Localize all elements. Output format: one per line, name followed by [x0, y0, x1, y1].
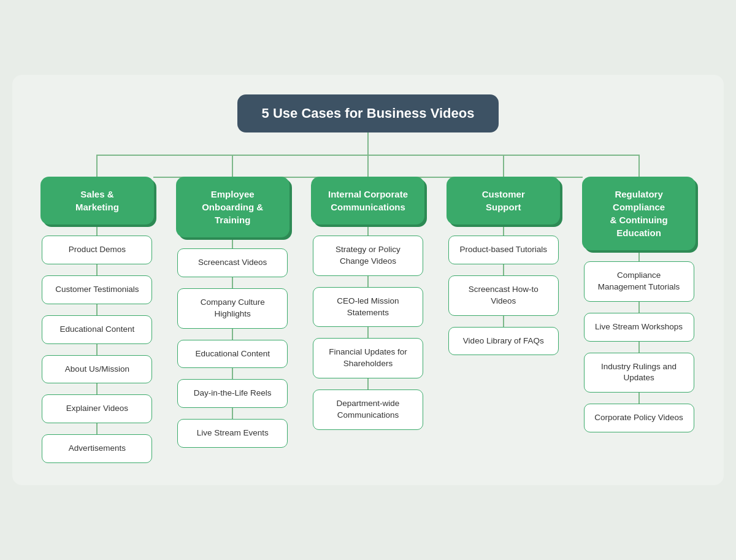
column-onboarding: Employee Onboarding & TrainingScreencast… [168, 155, 297, 463]
v-line-compliance-3 [638, 393, 640, 404]
col-top-line-onboarding [232, 155, 233, 177]
child-card-internal-2: Financial Updates for Shareholders [313, 338, 423, 378]
v-line-support-0 [503, 224, 504, 236]
v-line-internal-1 [367, 276, 369, 287]
v-line-onboarding-0 [232, 237, 233, 248]
column-compliance: Regulatory Compliance & Continuing Educa… [575, 155, 703, 463]
v-line-sales-5 [96, 423, 98, 434]
title-connector-line [367, 132, 369, 155]
layout: 5 Use Cases for Business Videos Sales & … [29, 94, 707, 463]
children-sales: Product DemosCustomer TestimonialsEducat… [42, 224, 152, 463]
children-onboarding: Screencast VideosCompany Culture Highlig… [177, 237, 288, 448]
v-line-internal-2 [367, 327, 369, 338]
child-card-compliance-0: Compliance Management Tutorials [584, 261, 694, 302]
child-card-internal-0: Strategy or Policy Change Videos [313, 236, 423, 276]
col-top-line-sales [96, 155, 98, 177]
child-card-onboarding-3: Day-in-the-Life Reels [177, 379, 288, 408]
v-line-onboarding-4 [232, 408, 233, 419]
v-line-onboarding-1 [232, 277, 233, 288]
child-card-sales-1: Customer Testimonials [42, 275, 152, 304]
v-line-compliance-1 [638, 302, 640, 313]
child-card-compliance-3: Corporate Policy Videos [584, 404, 694, 432]
child-card-internal-3: Department-wide Communications [313, 389, 423, 430]
diagram-container: 5 Use Cases for Business Videos Sales & … [12, 75, 724, 485]
green-card-compliance: Regulatory Compliance & Continuing Educa… [582, 177, 696, 250]
column-support: Customer SupportProduct-based TutorialsS… [439, 155, 568, 463]
title-text: 5 Use Cases for Business Videos [262, 105, 475, 121]
col-top-line-internal [367, 155, 369, 177]
column-sales: Sales & MarketingProduct DemosCustomer T… [33, 155, 161, 463]
child-card-sales-3: About Us/Mission [42, 355, 152, 384]
child-card-support-2: Video Library of FAQs [448, 327, 559, 356]
child-card-support-0: Product-based Tutorials [448, 236, 559, 264]
v-line-compliance-2 [638, 342, 640, 353]
v-line-onboarding-2 [232, 329, 233, 340]
v-line-internal-3 [367, 378, 369, 389]
v-line-sales-0 [96, 224, 98, 236]
child-card-compliance-2: Industry Rulings and Updates [584, 353, 694, 393]
v-line-sales-2 [96, 304, 98, 315]
green-card-onboarding: Employee Onboarding & Training [176, 177, 289, 237]
green-card-support: Customer Support [447, 177, 560, 224]
columns-area: Sales & MarketingProduct DemosCustomer T… [29, 155, 707, 463]
child-card-sales-0: Product Demos [42, 236, 152, 264]
horizontal-connector-bar [97, 155, 638, 156]
child-card-support-1: Screencast How-to Videos [448, 275, 559, 316]
v-line-support-1 [503, 264, 504, 275]
child-card-onboarding-4: Live Stream Events [177, 419, 288, 448]
green-card-sales: Sales & Marketing [40, 177, 154, 224]
title-box: 5 Use Cases for Business Videos [237, 94, 499, 132]
child-card-sales-4: Explainer Videos [42, 394, 152, 423]
children-internal: Strategy or Policy Change VideosCEO-led … [313, 224, 423, 430]
child-card-onboarding-1: Company Culture Highlights [177, 288, 288, 329]
child-card-onboarding-0: Screencast Videos [177, 248, 288, 277]
child-card-internal-1: CEO-led Mission Statements [313, 287, 423, 328]
col-top-line-support [503, 155, 504, 177]
v-line-sales-4 [96, 383, 98, 394]
child-card-sales-2: Educational Content [42, 315, 152, 344]
title-row: 5 Use Cases for Business Videos [237, 94, 499, 132]
child-card-sales-5: Advertisements [42, 434, 152, 463]
v-line-internal-0 [367, 224, 369, 236]
col-top-line-compliance [638, 155, 640, 177]
child-card-compliance-1: Live Stream Workshops [584, 313, 694, 342]
column-internal: Internal Corporate CommunicationsStrateg… [304, 155, 432, 463]
green-card-internal: Internal Corporate Communications [311, 177, 424, 224]
v-line-support-2 [503, 316, 504, 327]
children-compliance: Compliance Management TutorialsLive Stre… [584, 250, 694, 432]
v-line-onboarding-3 [232, 368, 233, 379]
v-line-sales-1 [96, 264, 98, 275]
v-line-compliance-0 [638, 250, 640, 261]
children-support: Product-based TutorialsScreencast How-to… [448, 224, 559, 356]
child-card-onboarding-2: Educational Content [177, 340, 288, 369]
v-line-sales-3 [96, 344, 98, 355]
